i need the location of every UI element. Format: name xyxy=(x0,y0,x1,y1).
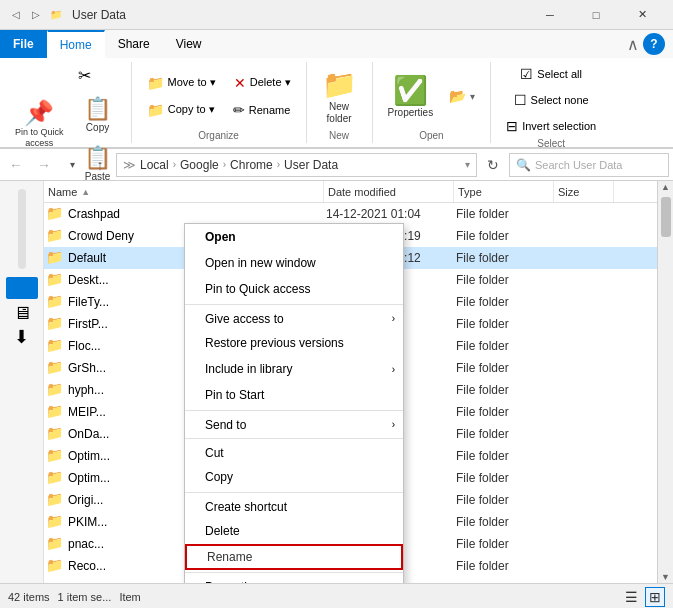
rename-button[interactable]: ✏ Rename xyxy=(226,98,298,122)
back-button[interactable]: ← xyxy=(4,153,28,177)
open-group: ✅ Properties 📂 ▾ Open xyxy=(373,62,492,143)
properties-button[interactable]: ✅ Properties xyxy=(381,69,441,123)
main-content: 🖥 ⬇ Name ▲ Date modified Type Size 📁 Cra… xyxy=(0,181,673,583)
new-label: New xyxy=(329,130,349,143)
context-menu-item-open-in-new-window[interactable]: Open in new window xyxy=(185,250,403,276)
delete-button[interactable]: ✕ Delete ▾ xyxy=(227,71,298,95)
file-type: File folder xyxy=(456,361,556,375)
new-folder-button[interactable]: 📁 Newfolder xyxy=(315,63,364,130)
scroll-down-btn[interactable]: ▼ xyxy=(660,571,672,583)
context-menu-item-cut[interactable]: Cut xyxy=(185,438,403,464)
column-header-name[interactable]: Name ▲ xyxy=(44,181,324,202)
forward-button[interactable]: → xyxy=(32,153,56,177)
quick-access-item[interactable] xyxy=(6,277,38,299)
file-type: File folder xyxy=(456,515,556,529)
context-menu-item-properties[interactable]: Properties xyxy=(185,572,403,583)
column-header-type[interactable]: Type xyxy=(454,181,554,202)
copy-to-button[interactable]: 📁 Copy to ▾ xyxy=(140,98,222,122)
folder-icon: 📁 xyxy=(46,557,64,575)
new-items: 📁 Newfolder xyxy=(315,62,364,130)
left-scrollbar[interactable] xyxy=(18,189,26,269)
tab-view[interactable]: View xyxy=(163,30,215,58)
properties-label: Properties xyxy=(388,107,434,118)
context-menu-item-restore-previous-versions[interactable]: Restore previous versions xyxy=(185,330,403,356)
folder-icon: 📁 xyxy=(46,469,64,487)
scroll-track[interactable] xyxy=(661,193,671,571)
ribbon-collapse-btn[interactable]: ∧ xyxy=(627,35,639,54)
invert-selection-button[interactable]: ⊟ Invert selection xyxy=(499,114,603,138)
tab-file[interactable]: File xyxy=(0,30,47,58)
folder-icon: 📁 xyxy=(46,381,64,399)
col-date-label: Date modified xyxy=(328,186,396,198)
table-row[interactable]: 📁 Crashpad 14-12-2021 01:04 File folder xyxy=(44,203,657,225)
scroll-thumb[interactable] xyxy=(661,197,671,237)
tab-share[interactable]: Share xyxy=(105,30,163,58)
file-type: File folder xyxy=(456,295,556,309)
submenu-arrow-icon: › xyxy=(392,364,395,375)
move-icon: 📁 xyxy=(147,75,164,91)
pin-to-quick-access-button[interactable]: 📌 Pin to Quickaccess xyxy=(8,96,71,154)
help-button[interactable]: ? xyxy=(643,33,665,55)
details-view-btn[interactable]: ☰ xyxy=(621,587,641,607)
organize-group: 📁 Move to ▾ ✕ Delete ▾ 📁 Copy to ▾ ✏ xyxy=(132,62,307,143)
path-google[interactable]: Google xyxy=(180,158,219,172)
refresh-button[interactable]: ↻ xyxy=(481,153,505,177)
context-menu-item-open[interactable]: Open xyxy=(185,224,403,250)
delete-icon: ✕ xyxy=(234,75,246,91)
open-dropdown-btn[interactable]: 📂 ▾ xyxy=(442,84,482,108)
folder-icon: 📁 xyxy=(46,535,64,553)
context-menu-item-pin-to-start[interactable]: Pin to Start xyxy=(185,382,403,408)
tab-home[interactable]: Home xyxy=(47,30,105,58)
move-label: Move to ▾ xyxy=(168,76,216,89)
path-userdata[interactable]: User Data xyxy=(284,158,338,172)
folder-icon: 📁 xyxy=(46,271,64,289)
invert-label: Invert selection xyxy=(522,120,596,132)
context-menu-item-create-shortcut[interactable]: Create shortcut xyxy=(185,492,403,518)
folder-icon: 📁 xyxy=(46,403,64,421)
properties-icon: ✅ xyxy=(393,74,428,107)
file-type: File folder xyxy=(456,207,556,221)
minimize-button[interactable]: ─ xyxy=(527,0,573,30)
context-menu-item-send-to[interactable]: Send to› xyxy=(185,410,403,436)
pin-label: Pin to Quickaccess xyxy=(15,127,64,149)
search-box[interactable]: 🔍 Search User Data xyxy=(509,153,669,177)
ribbon: File Home Share View ∧ ? 📌 Pin to Quicka… xyxy=(0,30,673,149)
ribbon-tabs: File Home Share View ∧ ? xyxy=(0,30,673,58)
close-button[interactable]: ✕ xyxy=(619,0,665,30)
context-menu-item-rename[interactable]: Rename xyxy=(185,544,403,570)
scroll-up-btn[interactable]: ▲ xyxy=(660,181,672,193)
column-header-date[interactable]: Date modified xyxy=(324,181,454,202)
pin-icon: 📌 xyxy=(24,101,54,125)
select-all-button[interactable]: ☑ Select all xyxy=(513,62,589,86)
context-menu-item-delete[interactable]: Delete xyxy=(185,518,403,544)
folder-icon: 📁 xyxy=(46,205,64,223)
right-scrollbar[interactable]: ▲ ▼ xyxy=(657,181,673,583)
open-label: Open xyxy=(419,130,443,143)
desktop-icon[interactable]: 🖥 xyxy=(13,303,31,324)
copy-button[interactable]: 📋 Copy xyxy=(73,91,123,138)
file-date: 14-12-2021 01:04 xyxy=(326,207,456,221)
file-type: File folder xyxy=(456,537,556,551)
column-header-size[interactable]: Size xyxy=(554,181,614,202)
window-title: User Data xyxy=(72,8,527,22)
context-menu-item-pin-to-quick-access[interactable]: Pin to Quick access xyxy=(185,276,403,302)
path-chrome[interactable]: Chrome xyxy=(230,158,273,172)
context-menu-item-copy[interactable]: Copy xyxy=(185,464,403,490)
select-items: ☑ Select all ☐ Select none ⊟ Invert sele… xyxy=(499,62,603,138)
tiles-view-btn[interactable]: ⊞ xyxy=(645,587,665,607)
path-local[interactable]: Local xyxy=(140,158,169,172)
recent-button[interactable]: ▾ xyxy=(60,153,84,177)
open-folder-icon: 📂 xyxy=(449,88,466,104)
title-bar: ◁ ▷ 📁 User Data ─ □ ✕ xyxy=(0,0,673,30)
file-type: File folder xyxy=(456,405,556,419)
selected-info: 1 item se... xyxy=(58,591,112,603)
move-to-button[interactable]: 📁 Move to ▾ xyxy=(140,71,223,95)
cut-button[interactable]: ✂ xyxy=(73,62,96,89)
context-menu-item-include-in-library[interactable]: Include in library› xyxy=(185,356,403,382)
select-none-button[interactable]: ☐ Select none xyxy=(507,88,596,112)
up-button[interactable]: ↑ xyxy=(88,153,112,177)
address-path[interactable]: ≫ Local › Google › Chrome › User Data ▾ xyxy=(116,153,477,177)
context-menu-item-give-access-to[interactable]: Give access to› xyxy=(185,304,403,330)
maximize-button[interactable]: □ xyxy=(573,0,619,30)
downloads-icon[interactable]: ⬇ xyxy=(14,326,29,348)
